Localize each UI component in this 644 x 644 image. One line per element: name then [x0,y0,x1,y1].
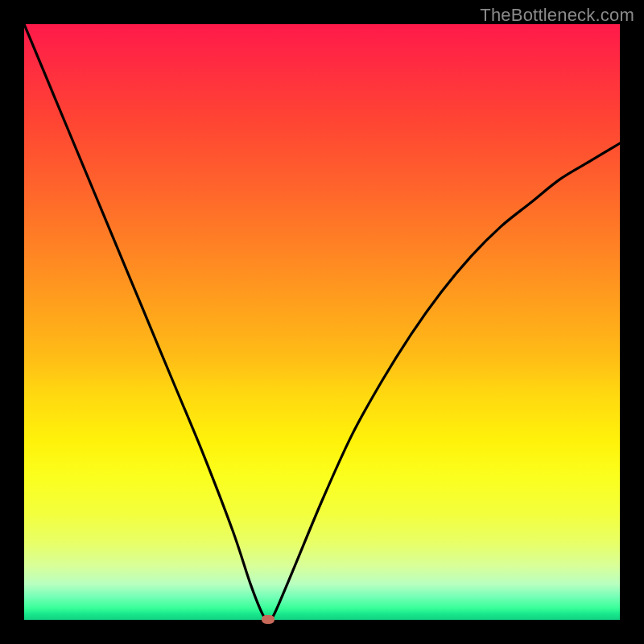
watermark-text: TheBottleneck.com [480,5,634,26]
plot-area [24,24,620,620]
minimum-marker [262,615,275,624]
chart-frame: TheBottleneck.com [0,0,644,644]
bottleneck-curve [24,24,620,620]
curve-path [24,24,620,620]
